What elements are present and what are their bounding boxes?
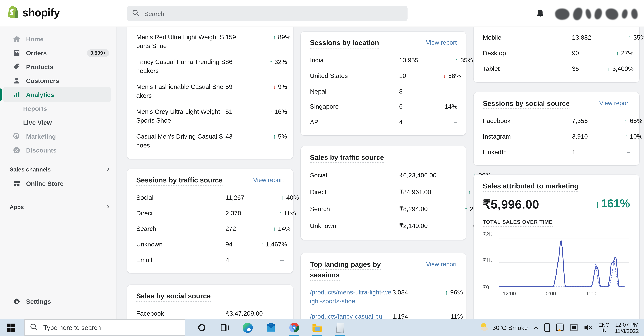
card-title: Sales by traffic source xyxy=(310,152,384,163)
display-icon[interactable] xyxy=(570,323,578,332)
stat-value: 1 xyxy=(572,147,597,156)
chevron-right-icon: › xyxy=(107,202,109,211)
view-report-link[interactable]: View report xyxy=(426,259,457,270)
stat-table: Social₹6,23,406.00↑39%Direct₹84,961.00↑2… xyxy=(310,167,457,234)
stat-table: /products/mens-ultra-light-weight-sports… xyxy=(310,284,457,324)
phone-link-icon[interactable] xyxy=(544,323,550,332)
stat-label: Unknown xyxy=(310,221,399,230)
top-products-table: Men's Red Ultra Light Weight Sports Shoe… xyxy=(136,29,284,153)
chrome-icon[interactable] xyxy=(288,319,300,336)
stat-delta: ↑35% xyxy=(613,33,644,42)
search-input[interactable] xyxy=(143,10,402,18)
stat-value: ₹2,149.00 xyxy=(399,221,450,230)
volume-muted-icon[interactable] xyxy=(584,324,593,331)
clock-widget[interactable]: 12:07 PM 11/8/2022 xyxy=(615,321,639,334)
stat-delta: – xyxy=(424,117,457,126)
sidebar-item-customers[interactable]: Customers xyxy=(0,74,116,88)
stat-value: 159 xyxy=(226,32,258,41)
weather-widget[interactable]: 30°C Smoke xyxy=(479,322,528,333)
cortana-icon[interactable] xyxy=(196,319,207,336)
storefront-icon xyxy=(12,180,20,188)
card-title: Sessions by traffic source xyxy=(136,175,223,186)
sidebar-section-sales-channels[interactable]: Sales channels › xyxy=(0,163,116,176)
sidebar-item-settings[interactable]: Settings xyxy=(0,294,116,308)
sidebar-item-discounts[interactable]: Discounts xyxy=(0,143,116,157)
snip-sync-icon[interactable] xyxy=(556,323,564,332)
topbar: shopify xyxy=(0,0,644,27)
stat-value: 4 xyxy=(226,255,251,264)
windows-start-button[interactable] xyxy=(7,324,15,332)
store-signature-scribble[interactable] xyxy=(555,8,638,20)
shopify-logo[interactable]: shopify xyxy=(8,6,60,20)
table-row: Instagram3,910↑10% xyxy=(483,128,630,144)
view-report-link[interactable]: View report xyxy=(426,38,457,48)
stat-delta: – xyxy=(597,147,630,156)
sidebar-section-apps[interactable]: Apps › xyxy=(0,201,116,213)
sidebar-item-marketing[interactable]: Marketing xyxy=(0,129,116,143)
total-sales-over-time-chart: ₹2K ₹1K ₹0 12:00 0:00 1:00 xyxy=(483,232,630,306)
card-title: Sessions by social source xyxy=(483,98,570,109)
stat-label: AP xyxy=(310,117,399,126)
language-indicator[interactable]: ENG IN xyxy=(598,322,610,333)
admin-search-bar[interactable] xyxy=(127,6,408,21)
sidebar-item-live-view[interactable]: Live View xyxy=(0,115,116,129)
stat-delta: ↑89% xyxy=(258,32,291,42)
sidebar-item-reports[interactable]: Reports xyxy=(0,102,116,115)
arrow-up-icon: ↑ xyxy=(270,108,272,115)
view-report-link[interactable]: View report xyxy=(253,175,284,186)
stat-delta: ↑14% xyxy=(258,224,291,233)
stat-value: ₹6,23,406.00 xyxy=(399,171,458,180)
apps-label: Apps xyxy=(10,204,24,210)
stat-delta: ↓9% xyxy=(254,82,287,91)
arrow-up-icon: ↑ xyxy=(270,58,272,65)
arrow-up-icon: ↑ xyxy=(261,241,264,247)
stat-table: Facebook7,356↑65%Instagram3,910↑10%Linke… xyxy=(483,113,630,159)
taskbar-search-input[interactable] xyxy=(42,323,180,332)
table-row: Facebook7,356↑65% xyxy=(483,113,630,128)
sidebar-item-online-store[interactable]: Online Store xyxy=(0,177,116,191)
gear-icon xyxy=(12,297,20,305)
chart-x-axis: 12:00 0:00 1:00 xyxy=(499,291,629,299)
stat-label: Nepal xyxy=(310,87,399,95)
stat-value: 2,370 xyxy=(226,208,263,217)
stat-delta: ↑32% xyxy=(254,57,287,66)
stat-value: 7,356 xyxy=(572,116,610,125)
arrow-up-icon: ↑ xyxy=(279,210,282,216)
sessions-by-location-card: Sessions by location View report India13… xyxy=(301,32,466,135)
arrow-up-icon: ↑ xyxy=(595,198,600,209)
stat-delta: ↑1,467% xyxy=(254,240,287,249)
products-icon xyxy=(12,63,20,71)
stat-value: 35 xyxy=(572,64,601,73)
stat-label: Fancy Casual Puma Trending Sneakers xyxy=(136,57,226,75)
taskbar-search-box[interactable] xyxy=(24,319,185,336)
arrow-up-icon: ↑ xyxy=(625,133,628,140)
stat-table: India13,955↑35%United States10↓58%Nepal8… xyxy=(310,52,457,129)
sidebar-item-products[interactable]: Products xyxy=(0,60,116,74)
stat-value: 90 xyxy=(572,48,601,57)
stat-delta: ↓14% xyxy=(424,102,457,111)
notepad-icon[interactable] xyxy=(335,319,346,336)
landing-page-link[interactable]: /products/mens-ultra-light-weight-sports… xyxy=(310,288,392,305)
notification-bell-icon[interactable] xyxy=(536,9,544,19)
sidebar-item-analytics[interactable]: Analytics xyxy=(0,88,116,102)
sales-by-traffic-source-card: Sales by traffic source Social₹6,23,406.… xyxy=(301,146,466,240)
card-title: Sales by social source xyxy=(136,291,211,301)
stat-label: Singapore xyxy=(310,102,399,111)
orders-count-badge: 9,999+ xyxy=(87,49,109,57)
task-view-icon[interactable] xyxy=(219,319,230,336)
stat-value: 3,910 xyxy=(572,132,610,140)
table-row: Search272↑14% xyxy=(136,221,284,236)
view-report-link[interactable]: View report xyxy=(599,98,630,109)
mail-icon[interactable] xyxy=(265,319,276,336)
sidebar-item-orders[interactable]: Orders9,999+ xyxy=(0,46,116,60)
stat-label: Direct xyxy=(136,208,226,217)
hidden-icons-chevron[interactable] xyxy=(533,325,539,331)
sidebar-item-label: Orders xyxy=(26,49,47,57)
stat-delta: ↑5% xyxy=(254,132,287,141)
stat-label: Unknown xyxy=(136,240,226,248)
table-row: Social11,267↑40% xyxy=(136,190,284,205)
file-explorer-icon[interactable] xyxy=(312,319,323,336)
arrow-down-icon: ↓ xyxy=(273,83,276,90)
sidebar-item-home[interactable]: Home xyxy=(0,32,116,46)
edge-icon[interactable] xyxy=(242,319,253,336)
